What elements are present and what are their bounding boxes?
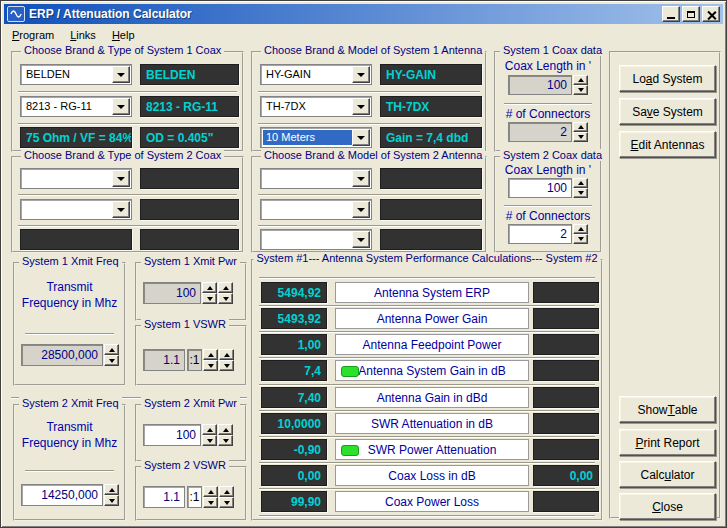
spin-up-button[interactable]	[219, 349, 234, 360]
coax1-model-combo[interactable]: 8213 - RG-11	[20, 96, 132, 117]
divider	[18, 91, 237, 93]
spin-down-button[interactable]	[573, 234, 588, 244]
dropdown-arrow-icon[interactable]	[352, 66, 370, 83]
spin-down-button[interactable]	[218, 293, 233, 304]
ant1-band-combo[interactable]: 10 Meters	[260, 127, 372, 148]
spin-up-button[interactable]	[202, 282, 217, 293]
dropdown-arrow-icon[interactable]	[352, 170, 370, 187]
ant1-model-combo[interactable]: TH-7DX	[260, 96, 372, 117]
dropdown-arrow-icon[interactable]	[352, 98, 370, 115]
close-button[interactable]	[702, 6, 720, 22]
group-title: System 2 Coax data	[500, 149, 605, 161]
spin-up-button[interactable]	[219, 486, 234, 497]
spin-down-button[interactable]	[203, 360, 218, 371]
group-title: System 1 VSWR	[141, 318, 229, 330]
freq1-spinner: 28500,000	[21, 344, 119, 366]
coax2-brand-combo[interactable]	[20, 168, 132, 189]
divider	[258, 123, 480, 125]
menu-links[interactable]: Links	[62, 27, 104, 43]
spin-up-button[interactable]	[573, 122, 588, 132]
dropdown-arrow-icon[interactable]	[112, 66, 130, 83]
spin-up-button[interactable]	[203, 349, 218, 360]
close-dialog-button[interactable]: Close	[619, 493, 716, 520]
coax2-model-combo[interactable]	[20, 199, 132, 220]
freq2-field[interactable]: 14250,000	[21, 484, 103, 506]
spin-down-button[interactable]	[573, 132, 588, 142]
spin-up-button[interactable]	[573, 224, 588, 234]
spinner-buttons	[573, 224, 588, 244]
vswr2-field[interactable]: 1.1	[143, 486, 185, 508]
coax-loss-s1-value: 0,00	[261, 465, 327, 486]
calc-row-swr-attenuation: 10,0000 SWR Attenuation in dB	[253, 413, 601, 434]
edit-antennas-button[interactable]: Edit Antennas	[619, 131, 716, 158]
ant2-model-combo[interactable]	[260, 199, 372, 220]
dropdown-arrow-icon[interactable]	[112, 98, 130, 115]
divider	[25, 333, 114, 335]
print-report-button[interactable]: Print Report	[619, 429, 716, 456]
divider	[258, 225, 480, 227]
ant2-brand-combo[interactable]	[260, 168, 372, 189]
show-table-button[interactable]: Show Table	[619, 396, 716, 423]
menu-help[interactable]: Help	[104, 27, 143, 43]
pwr2-field[interactable]: 100	[143, 424, 201, 446]
spin-up-button[interactable]	[203, 486, 218, 497]
group-system2-antenna: Choose Brand & Model of System 2 Antenna	[251, 156, 487, 253]
spin-up-button[interactable]	[573, 178, 588, 188]
spin-down-button[interactable]	[202, 435, 217, 446]
spin-up-button[interactable]	[104, 344, 119, 355]
calc-row-gain-dbd: 7,40 Antenna Gain in dBd	[253, 387, 601, 408]
pwr1-field[interactable]: 100	[143, 282, 201, 304]
minimize-icon	[667, 17, 675, 19]
spin-up-button[interactable]	[218, 424, 233, 435]
maximize-button[interactable]	[682, 6, 700, 22]
ant1-brand-combo[interactable]: HY-GAIN	[260, 64, 372, 85]
coax1-connectors-field[interactable]: 2	[508, 122, 572, 142]
dropdown-arrow-icon[interactable]	[112, 201, 130, 218]
coax2-connectors-spinner: 2	[508, 224, 588, 244]
coax2-model-combo-value	[23, 202, 112, 217]
vswr1-spinner: 1.1 :1	[143, 349, 234, 371]
minimize-button[interactable]	[662, 6, 680, 22]
app-sine-wave-icon	[7, 6, 25, 22]
coax2-length-field[interactable]: 100	[508, 178, 572, 198]
freq1-field[interactable]: 28500,000	[21, 344, 103, 366]
system-gain-label: Antenna System Gain in dB	[335, 360, 529, 381]
spin-down-button[interactable]	[219, 360, 234, 371]
save-system-button[interactable]: Save System	[619, 98, 716, 125]
spin-down-button[interactable]	[202, 293, 217, 304]
spin-up-button[interactable]	[573, 75, 588, 85]
group-title: System 2 Xmit Pwr	[141, 397, 240, 409]
vswr1-field[interactable]: 1.1	[143, 349, 185, 371]
spin-down-button[interactable]	[573, 188, 588, 198]
group-system1-vswr: System 1 VSWR 1.1 :1	[135, 325, 247, 386]
coax1-length-spinner: 100	[508, 75, 588, 95]
dropdown-arrow-icon[interactable]	[352, 231, 370, 248]
spin-up-button[interactable]	[104, 484, 119, 495]
ant2-band-combo[interactable]	[260, 229, 372, 250]
spin-down-button[interactable]	[104, 355, 119, 366]
spinner-buttons	[573, 75, 588, 95]
load-system-button[interactable]: Load System	[619, 65, 716, 92]
spin-down-button[interactable]	[203, 497, 218, 508]
divider	[259, 357, 595, 359]
coax2-model-display	[140, 199, 239, 220]
title-bar[interactable]: ERP / Attenuation Calculator	[4, 4, 723, 24]
spin-up-button[interactable]	[218, 282, 233, 293]
vswr2-spinner: 1.1 :1	[143, 486, 234, 508]
gain-dbd-s1-value: 7,40	[261, 387, 327, 408]
dropdown-arrow-icon[interactable]	[352, 129, 370, 146]
coax1-brand-combo[interactable]: BELDEN	[20, 64, 132, 85]
dropdown-arrow-icon[interactable]	[112, 170, 130, 187]
coax2-connectors-field[interactable]: 2	[508, 224, 572, 244]
divider	[259, 436, 595, 438]
spin-down-button[interactable]	[573, 85, 588, 95]
ant2-band-combo-value	[263, 232, 352, 247]
menu-program[interactable]: Program	[4, 27, 62, 43]
spin-down-button[interactable]	[219, 497, 234, 508]
coax1-length-field[interactable]: 100	[508, 75, 572, 95]
spin-down-button[interactable]	[104, 495, 119, 506]
spin-down-button[interactable]	[218, 435, 233, 446]
dropdown-arrow-icon[interactable]	[352, 201, 370, 218]
calculator-button[interactable]: Calculator	[619, 461, 716, 488]
spin-up-button[interactable]	[202, 424, 217, 435]
